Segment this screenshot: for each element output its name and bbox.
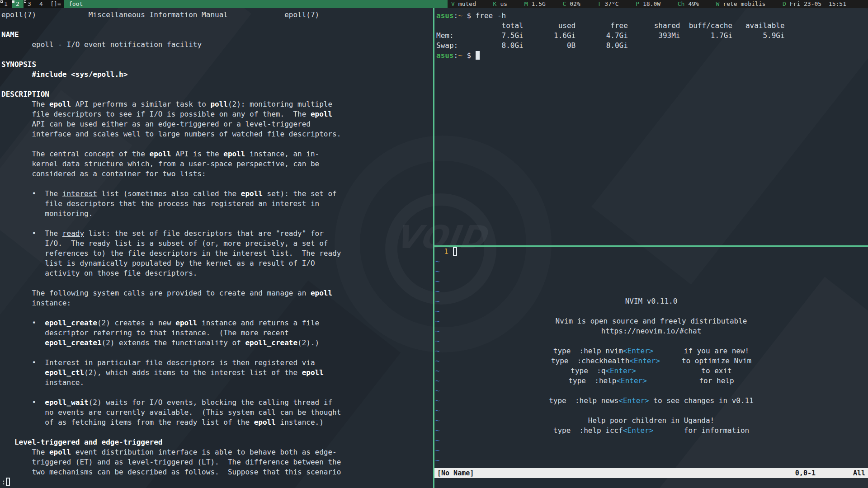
workspace-label: 3: [28, 0, 31, 7]
nvim-scroll-position: All: [853, 468, 865, 478]
window-title-text: foot: [69, 0, 83, 7]
workspace-tag-4[interactable]: 4: [35, 0, 47, 8]
nvim-ruler: 0,0-1: [795, 468, 816, 478]
status-clock: DFri 23-05 15:51: [783, 0, 846, 8]
status-memory: M1.5G: [524, 0, 546, 8]
shell-output: asus:~ $ free -h total used free shared …: [436, 11, 868, 61]
status-network: Wrete mobilis: [716, 0, 766, 8]
status-power: P18.0W: [636, 0, 660, 8]
man-page-terminal[interactable]: epoll(7) Miscellaneous Information Manua…: [0, 8, 433, 488]
nvim-message-line: [434, 478, 868, 488]
workspace-occupied-marker: [0, 0, 3, 3]
workspace-tag-3[interactable]: 3: [24, 0, 35, 8]
nvim-statusline: [No Name] 0,0-1 All: [434, 468, 868, 478]
workspace-label: 2: [16, 0, 19, 7]
status-volume: Vmuted: [451, 0, 476, 8]
status-cpu: C02%: [562, 0, 580, 8]
layout-indicator[interactable]: []=: [47, 0, 64, 8]
workspace-occupied-marker: [12, 0, 14, 3]
nvim-intro-message: NVIM v0.11.0Nvim is open source and free…: [434, 296, 868, 436]
status-temperature: T37°C: [597, 0, 618, 8]
shell-terminal[interactable]: asus:~ $ free -h total used free shared …: [434, 8, 868, 245]
man-page-content: epoll(7) Miscellaneous Information Manua…: [1, 10, 433, 487]
status-bar: 1 2 3 4 []= foot Vmuted Kus M1.5G C02% T…: [0, 0, 868, 8]
workspace-label: 1: [4, 0, 8, 7]
status-battery-charge: Ch49%: [678, 0, 699, 8]
window-border-vertical[interactable]: [433, 8, 434, 488]
workspace-label: 4: [39, 0, 43, 7]
workspace-tag-1[interactable]: 1: [0, 0, 12, 8]
nvim-buffer-name: [No Name]: [434, 469, 474, 477]
workspace-occupied-marker: [24, 0, 26, 3]
status-keyboard-layout: Kus: [493, 0, 507, 8]
status-modules: Vmuted Kus M1.5G C02% T37°C P18.0W Ch49%…: [448, 0, 868, 8]
window-border-horizontal[interactable]: [434, 245, 868, 247]
workspace-tag-2-active[interactable]: 2: [12, 0, 24, 8]
nvim-window[interactable]: 1 ~~~~~~~~~~~~~~~~~~~~~ NVIM v0.11.0Nvim…: [434, 247, 868, 488]
focused-window-title: foot: [64, 0, 448, 8]
